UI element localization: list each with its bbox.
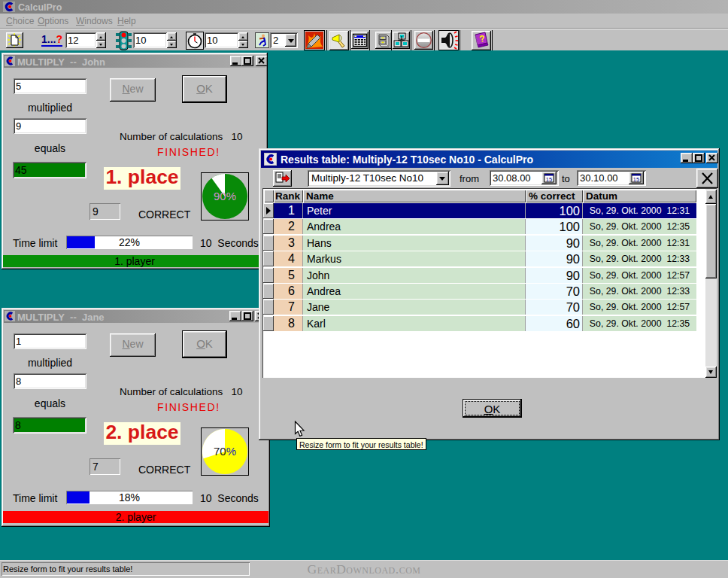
svg-text:70%: 70%: [214, 445, 236, 458]
svg-text:90%: 90%: [214, 190, 236, 202]
svg-text:15: 15: [546, 176, 552, 183]
svg-text:15: 15: [633, 176, 639, 183]
